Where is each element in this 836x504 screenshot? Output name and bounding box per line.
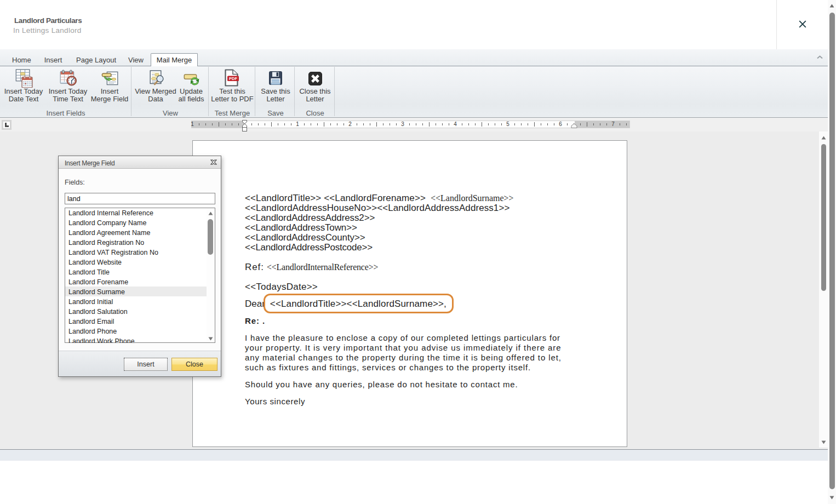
svg-text:PDF: PDF (229, 76, 237, 81)
